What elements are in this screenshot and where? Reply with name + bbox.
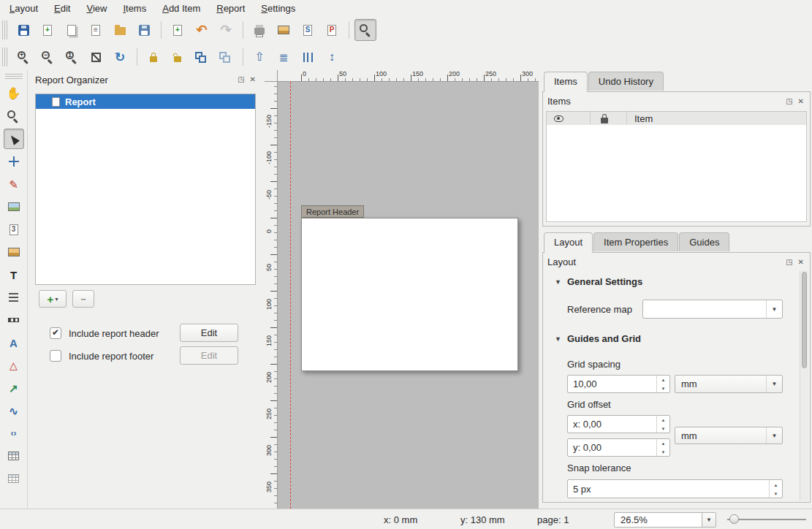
redo-icon[interactable]: ↷ (215, 19, 237, 41)
reference-map-select[interactable]: ▼ (642, 300, 783, 319)
zoom-tool-icon[interactable] (4, 106, 24, 126)
unlock-items-icon[interactable] (167, 46, 189, 68)
align-items-icon[interactable]: ≣ (273, 46, 295, 68)
zoom-level-combobox[interactable]: 26.5% ▼ (614, 512, 716, 528)
add-scalebar-icon[interactable] (4, 310, 24, 330)
edit-footer-button[interactable]: Edit (180, 346, 238, 365)
move-item-content-icon[interactable] (4, 151, 24, 172)
menu-report[interactable]: Report (208, 1, 253, 16)
export-image-icon[interactable] (273, 19, 295, 41)
edit-header-button[interactable]: Edit (180, 324, 238, 342)
ungroup-items-icon[interactable] (215, 46, 237, 68)
new-report-icon[interactable]: + (37, 19, 58, 41)
raise-items-icon[interactable]: ⇧ (248, 46, 270, 68)
report-page[interactable] (301, 218, 518, 371)
spin-down-icon[interactable]: ▼ (658, 425, 668, 432)
refresh-view-icon[interactable] (354, 19, 376, 41)
close-panel-icon[interactable]: ✕ (250, 75, 256, 83)
toolbar-drag-handle[interactable] (2, 20, 8, 39)
add-node-item-icon[interactable]: ∿ (4, 400, 24, 421)
scrollbar[interactable] (800, 270, 808, 501)
spin-up-icon[interactable]: ▲ (658, 440, 668, 447)
float-panel-icon[interactable]: ◳ (786, 258, 792, 266)
refresh-canvas-icon[interactable]: ↻ (109, 46, 131, 68)
general-settings-section-header[interactable]: ▼ General Settings (555, 276, 642, 287)
spin-up-icon[interactable]: ▲ (770, 481, 781, 488)
tab-item-properties[interactable]: Item Properties (593, 232, 678, 251)
add-html-icon[interactable]: ‹› (4, 423, 24, 444)
export-pdf-icon[interactable]: P (321, 19, 343, 41)
menu-edit[interactable]: Edit (46, 1, 78, 16)
spin-down-icon[interactable]: ▼ (770, 490, 781, 497)
add-north-arrow-icon[interactable]: A (4, 332, 24, 353)
report-tree-item[interactable]: Report (36, 94, 255, 109)
scrollbar-thumb[interactable] (802, 272, 807, 368)
items-list[interactable] (546, 125, 807, 222)
resize-items-icon[interactable]: ↕ (321, 46, 343, 68)
close-panel-icon[interactable]: ✕ (798, 258, 804, 266)
grid-spacing-input[interactable]: 10,00 ▲ ▼ (567, 375, 670, 393)
distribute-items-icon[interactable] (297, 46, 319, 68)
canvas-viewport[interactable]: Report Header (278, 82, 539, 509)
toolbar-drag-handle[interactable] (2, 47, 8, 66)
include-report-footer-checkbox[interactable] (50, 350, 61, 362)
add-arrow-icon[interactable]: ↗ (4, 378, 24, 398)
include-report-footer-label: Include report footer (69, 351, 153, 362)
toolbar-drag-handle[interactable] (5, 73, 23, 79)
undo-icon[interactable]: ↶ (191, 19, 213, 41)
dock-tabs-bottom: LayoutItem PropertiesGuides (544, 232, 729, 251)
zoom-full-icon[interactable] (85, 46, 107, 68)
print-icon[interactable] (248, 19, 270, 41)
pan-icon[interactable]: ✋ (4, 83, 24, 104)
menu-add-item[interactable]: Add Item (154, 1, 208, 16)
open-report-icon[interactable] (109, 19, 131, 41)
add-legend-icon[interactable] (4, 287, 24, 308)
edit-nodes-item-icon[interactable]: ✎ (4, 174, 24, 194)
add-map-icon[interactable] (4, 197, 24, 217)
zoom-in-icon[interactable]: + (12, 46, 34, 68)
tab-undo-history[interactable]: Undo History (588, 72, 664, 91)
float-panel-icon[interactable]: ◳ (786, 97, 792, 105)
add-shape-icon[interactable]: △ (4, 355, 24, 376)
spin-up-icon[interactable]: ▲ (658, 376, 668, 384)
report-manager-icon[interactable]: ≡ (85, 19, 107, 41)
tab-layout[interactable]: Layout (544, 232, 593, 253)
float-panel-icon[interactable]: ◳ (238, 75, 244, 83)
zoom-actual-icon[interactable]: 1 (61, 46, 83, 68)
menu-items[interactable]: Items (115, 1, 154, 16)
grid-spacing-unit-select[interactable]: mm ▼ (675, 375, 783, 393)
close-panel-icon[interactable]: ✕ (798, 97, 804, 105)
spin-down-icon[interactable]: ▼ (658, 448, 668, 455)
menu-view[interactable]: View (78, 1, 115, 16)
remove-report-section-button[interactable]: − (72, 290, 94, 308)
duplicate-report-icon[interactable] (61, 19, 83, 41)
guides-and-grid-section-header[interactable]: ▼ Guides and Grid (555, 333, 641, 344)
lock-items-icon[interactable] (143, 46, 164, 68)
add-fixed-table-icon[interactable] (4, 468, 24, 489)
zoom-slider-handle[interactable] (729, 514, 739, 524)
add-report-section-button[interactable]: + ▾ (39, 290, 67, 308)
menu-layout[interactable]: Layout (1, 1, 46, 16)
spin-down-icon[interactable]: ▼ (658, 384, 668, 392)
spin-up-icon[interactable]: ▲ (658, 416, 668, 424)
zoom-slider[interactable] (727, 511, 806, 528)
save-as-icon[interactable] (133, 19, 155, 41)
add-attribute-table-icon[interactable] (4, 446, 24, 466)
tab-guides[interactable]: Guides (679, 232, 729, 251)
include-report-header-checkbox[interactable] (50, 327, 61, 339)
save-icon[interactable] (12, 19, 34, 41)
grid-offset-unit-select[interactable]: mm ▼ (675, 427, 783, 444)
snap-tolerance-input[interactable]: 5 px ▲ ▼ (567, 479, 783, 498)
add-label-icon[interactable]: T (4, 264, 24, 285)
add-pages-icon[interactable]: + (167, 19, 189, 41)
tab-items[interactable]: Items (544, 72, 588, 92)
grid-offset-x-input[interactable]: x: 0,00 ▲ ▼ (567, 415, 670, 433)
add-3d-map-icon[interactable]: 3 (4, 219, 24, 240)
grid-offset-y-input[interactable]: y: 0,00 ▲ ▼ (567, 438, 670, 457)
export-svg-icon[interactable]: S (297, 19, 319, 41)
group-items-icon[interactable] (191, 46, 213, 68)
add-picture-icon[interactable] (4, 242, 24, 262)
menu-settings[interactable]: Settings (253, 1, 303, 16)
select-move-item-icon[interactable] (4, 129, 24, 149)
zoom-out-icon[interactable]: − (37, 46, 58, 68)
